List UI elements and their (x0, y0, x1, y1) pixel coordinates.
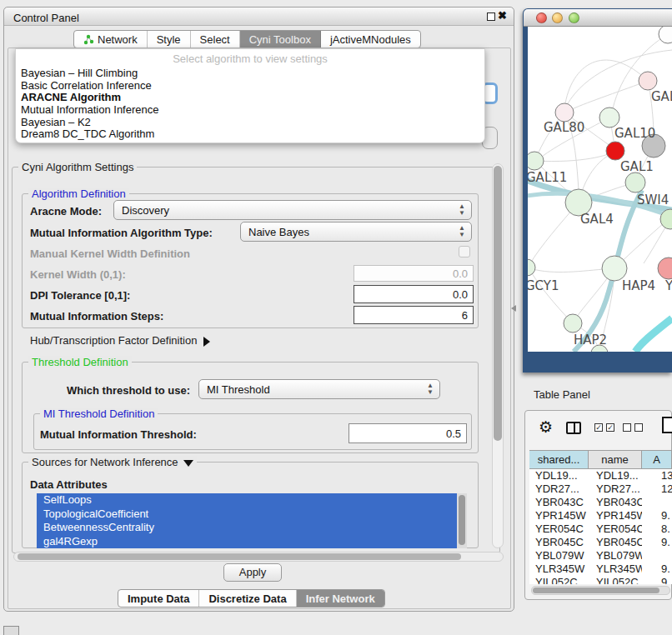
hub-definition-toggle[interactable]: Hub/Transcription Factor Definition (30, 334, 210, 347)
table-row[interactable]: YLR345WYLR345W9. (529, 562, 672, 576)
salmon-node[interactable] (658, 258, 672, 279)
settings-scrollbar-thumb[interactable] (494, 166, 502, 441)
table-cell (642, 549, 672, 562)
table-row[interactable]: YDL19...YDL19...13 (529, 469, 672, 482)
tab-label: Style (157, 31, 181, 48)
table-cell: YBR045C (529, 536, 589, 549)
which-threshold-select[interactable]: MI Threshold ▲▼ (198, 379, 440, 399)
cyni-bottom-tabbar: Impute Data Discretize Data Infer Networ… (118, 589, 385, 608)
selected-value: Discovery (122, 204, 169, 217)
tab-discretize-data[interactable]: Discretize Data (199, 590, 296, 607)
dpi-tolerance-field[interactable]: 0.0 (354, 285, 474, 303)
list-scrollbar-thumb[interactable] (459, 495, 465, 545)
group-title: Cyni Algorithm Settings (18, 161, 137, 173)
tab-impute-data[interactable]: Impute Data (118, 590, 199, 607)
column-header[interactable]: A (642, 451, 672, 468)
table-row[interactable]: YBR045CYBR045C9. (529, 536, 672, 549)
table-cell: YDR27... (529, 482, 589, 496)
dropdown-placeholder: Select algorithm to view settings (16, 49, 484, 68)
manual-kernel-width-checkbox[interactable] (459, 246, 470, 258)
window-close-icon[interactable] (536, 12, 547, 23)
node-label: GAL (651, 89, 672, 104)
table-horizontal-scrollbar-thumb[interactable] (533, 588, 659, 593)
table-cell: YDR27... (589, 482, 642, 496)
network-icon (83, 34, 94, 45)
table-cell: YDL19... (529, 469, 589, 482)
column-header[interactable]: name (589, 451, 642, 468)
table-row[interactable]: YPR145WYPR145W9. (529, 509, 672, 522)
table-header-row: shared...nameA (529, 450, 672, 469)
attribute-item[interactable]: BetweennessCentrality (37, 521, 457, 535)
mi-steps-field[interactable]: 6 (354, 306, 474, 324)
tab-style[interactable]: Style (148, 31, 191, 48)
table-row[interactable]: YBR043CYBR043C (529, 496, 672, 509)
close-icon[interactable]: ✖ (498, 9, 507, 22)
selected-value: MI Threshold (207, 383, 270, 396)
network-edge[interactable] (635, 318, 672, 352)
table-row[interactable]: YER054CYER054C8. (529, 522, 672, 536)
algorithm-option[interactable]: Bayesian – K2 (16, 117, 484, 129)
GAL1-node[interactable] (606, 142, 624, 160)
data-attributes-label: Data Attributes (30, 478, 108, 491)
apply-button[interactable]: Apply (223, 563, 282, 582)
algorithm-option[interactable]: Bayesian – Hill Climbing (16, 68, 484, 80)
algorithm-option[interactable]: Basic Correlation Inference (16, 80, 484, 92)
tab-network[interactable]: Network (74, 31, 148, 48)
table-cell: 9 (642, 576, 672, 584)
GAL11-node[interactable] (528, 152, 544, 170)
network-canvas[interactable]: GALGAL80GAL10GAL1GAL11GAL4SWI4GCY1HAP4YH… (528, 27, 672, 352)
kernel-width-field[interactable]: 0.0 (354, 265, 474, 282)
dpi-tolerance-label: DPI Tolerance [0,1]: (30, 289, 130, 302)
sources-toggle[interactable]: Sources for Network Inference (28, 456, 197, 468)
deselect-all-checkbox-icon[interactable] (623, 423, 631, 432)
aracne-mode-select[interactable]: Discovery ▲▼ (113, 200, 472, 220)
select-all-checkbox-icon[interactable]: ✓ (606, 423, 614, 432)
SWI4-node[interactable] (625, 172, 645, 192)
node[interactable] (659, 27, 672, 43)
group-title: Algorithm Definition (28, 188, 129, 200)
select-all-checkbox-icon[interactable]: ✓ (594, 423, 603, 432)
HAP2-node[interactable] (564, 314, 582, 332)
column-header[interactable]: shared... (529, 451, 589, 468)
table-row[interactable]: YBL079WYBL079W (529, 549, 672, 562)
control-panel-title: Control Panel (13, 12, 79, 24)
attribute-item[interactable]: TopologicalCoefficient (37, 508, 457, 522)
columns-icon[interactable] (566, 422, 581, 434)
deselect-all-checkbox-icon[interactable] (634, 423, 643, 432)
attribute-item[interactable]: SelfLoops (37, 493, 457, 508)
table-row[interactable]: YIL052CYIL052C9 (529, 576, 672, 584)
gear-icon[interactable]: ⚙ (539, 418, 553, 437)
algorithm-option[interactable]: ARACNE Algorithm (16, 92, 484, 104)
table-panel-title: Table Panel (534, 388, 590, 401)
float-window-icon[interactable] (487, 12, 495, 21)
tab-jactivemnodules[interactable]: jActiveMNodules (321, 31, 420, 48)
GAL-node[interactable] (639, 72, 657, 90)
collapsed-panel-button[interactable] (3, 626, 19, 635)
window-zoom-icon[interactable] (569, 12, 579, 23)
mouse-cursor (511, 305, 516, 312)
data-attributes-list[interactable]: SelfLoopsTopologicalCoefficientBetweenne… (37, 493, 457, 548)
network-edge[interactable] (565, 60, 648, 103)
network-edge[interactable] (528, 268, 604, 272)
algorithm-dropdown-list[interactable]: Select algorithm to view settings Bayesi… (15, 48, 485, 143)
attribute-item[interactable]: gal4RGexp (37, 535, 457, 549)
mi-threshold-field[interactable]: 0.5 (349, 423, 467, 443)
algorithm-option[interactable]: Mutual Information Inference (16, 104, 484, 117)
node-label: GAL1 (620, 159, 654, 174)
window-minimize-icon[interactable] (552, 12, 563, 23)
tab-cyni-toolbox[interactable]: Cyni Toolbox (240, 31, 321, 48)
mi-algorithm-type-select[interactable]: Naive Bayes ▲▼ (240, 222, 472, 242)
HAP4-node[interactable] (602, 256, 627, 281)
group-title: MI Threshold Definition (40, 408, 158, 420)
GAL10-node[interactable] (599, 108, 619, 128)
tab-select[interactable]: Select (191, 31, 240, 48)
GCY1-node[interactable] (528, 259, 535, 276)
table-row[interactable]: YDR27...YDR27...12 (529, 482, 672, 496)
node-label: HAP2 (574, 332, 607, 348)
tab-infer-network[interactable]: Infer Network (297, 590, 384, 607)
algorithm-option[interactable]: Dream8 DC_TDC Algorithm (16, 128, 484, 141)
table-cell: YER054C (589, 522, 642, 536)
horizontal-scrollbar-thumb[interactable] (18, 553, 461, 560)
export-table-icon[interactable] (662, 417, 672, 433)
GAL80-node[interactable] (555, 103, 574, 122)
